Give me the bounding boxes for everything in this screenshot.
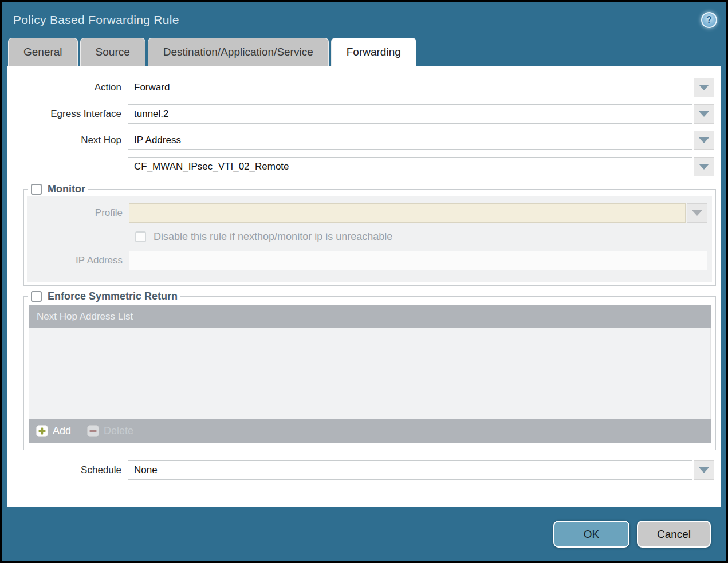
monitor-ip-address-wrap	[129, 251, 707, 270]
action-combobox	[128, 78, 714, 97]
action-row: Action	[7, 78, 714, 97]
next-hop-label: Next Hop	[7, 135, 128, 146]
tab-destination-application-service[interactable]: Destination/Application/Service	[148, 38, 329, 66]
chevron-down-icon	[699, 85, 709, 90]
monitor-section: Monitor Profile Disable this rule if nex…	[23, 183, 716, 286]
chevron-down-icon	[699, 137, 709, 143]
plus-icon	[36, 425, 48, 437]
schedule-dropdown-button[interactable]	[694, 460, 714, 480]
help-icon-glyph: ?	[706, 15, 712, 25]
delete-button: Delete	[87, 425, 133, 437]
monitor-ip-address-input	[129, 251, 707, 270]
add-button-label: Add	[53, 425, 71, 437]
chevron-down-icon	[699, 164, 709, 170]
egress-interface-dropdown-button[interactable]	[694, 104, 714, 124]
schedule-label: Schedule	[7, 464, 128, 476]
chevron-down-icon	[699, 111, 709, 117]
monitor-ip-address-row: IP Address	[27, 251, 707, 270]
next-hop-address-combobox	[128, 157, 714, 176]
egress-interface-label: Egress Interface	[7, 108, 128, 120]
schedule-row: Schedule	[7, 460, 714, 480]
next-hop-type-dropdown-button[interactable]	[694, 131, 714, 150]
ok-button[interactable]: OK	[553, 521, 629, 548]
next-hop-type-combobox	[128, 131, 714, 150]
profile-dropdown-button	[687, 203, 707, 223]
profile-combobox	[129, 203, 707, 223]
next-hop-address-row	[7, 157, 714, 176]
help-icon[interactable]: ?	[701, 12, 717, 28]
tab-bar: General Source Destination/Application/S…	[2, 38, 726, 66]
action-label: Action	[7, 82, 128, 93]
chevron-down-icon	[692, 210, 702, 216]
monitor-title: Monitor	[48, 183, 85, 195]
next-hop-address-list-body[interactable]	[29, 328, 711, 419]
monitor-ip-address-label: IP Address	[27, 255, 129, 266]
minus-icon	[87, 425, 99, 437]
profile-row: Profile	[27, 203, 707, 223]
forwarding-tab-panel: Action Egress Interface Next Hop	[7, 66, 721, 507]
next-hop-address-list-table: Next Hop Address List Add	[29, 305, 711, 443]
dialog-title: Policy Based Forwarding Rule	[13, 13, 179, 27]
disable-rule-row: Disable this rule if nexthop/monitor ip …	[135, 231, 707, 243]
next-hop-address-list-toolbar: Add Delete	[29, 419, 711, 443]
delete-button-label: Delete	[104, 425, 133, 437]
action-dropdown-button[interactable]	[694, 78, 714, 97]
enforce-symmetric-return-checkbox[interactable]	[31, 291, 42, 302]
egress-interface-input[interactable]	[128, 104, 692, 124]
profile-label: Profile	[27, 207, 129, 219]
action-input[interactable]	[128, 78, 692, 97]
monitor-legend: Monitor	[28, 183, 88, 195]
enforce-symmetric-return-legend: Enforce Symmetric Return	[28, 290, 180, 302]
policy-based-forwarding-rule-dialog: Policy Based Forwarding Rule ? General S…	[2, 2, 726, 561]
schedule-combobox	[128, 460, 714, 480]
disable-rule-checkbox	[135, 231, 146, 242]
egress-interface-combobox	[128, 104, 714, 124]
add-button[interactable]: Add	[36, 425, 71, 437]
monitor-checkbox[interactable]	[31, 184, 42, 195]
next-hop-row: Next Hop	[7, 131, 714, 150]
disable-rule-label: Disable this rule if nexthop/monitor ip …	[154, 231, 392, 243]
tab-forwarding[interactable]: Forwarding	[331, 38, 416, 66]
next-hop-address-dropdown-button[interactable]	[694, 157, 714, 176]
egress-interface-row: Egress Interface	[7, 104, 714, 124]
enforce-symmetric-return-title: Enforce Symmetric Return	[48, 290, 178, 302]
chevron-down-icon	[699, 467, 709, 473]
dialog-footer: OK Cancel	[2, 507, 726, 561]
next-hop-address-list-header: Next Hop Address List	[29, 305, 711, 328]
cancel-button[interactable]: Cancel	[637, 521, 711, 548]
tab-general[interactable]: General	[8, 38, 78, 66]
monitor-body: Profile Disable this rule if nexthop/mon…	[27, 196, 712, 282]
next-hop-type-input[interactable]	[128, 131, 692, 150]
profile-input	[129, 203, 686, 223]
enforce-symmetric-return-section: Enforce Symmetric Return Next Hop Addres…	[23, 290, 716, 450]
next-hop-address-list-header-label: Next Hop Address List	[37, 311, 133, 322]
tab-source[interactable]: Source	[80, 38, 145, 66]
next-hop-address-input[interactable]	[128, 157, 692, 176]
schedule-input[interactable]	[128, 460, 692, 480]
dialog-titlebar: Policy Based Forwarding Rule ?	[2, 2, 726, 38]
